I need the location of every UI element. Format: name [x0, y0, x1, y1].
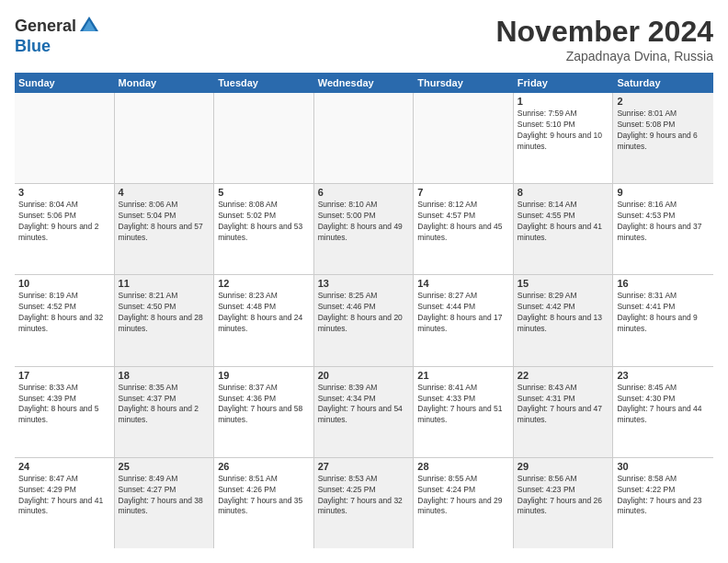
day-number: 21: [417, 370, 509, 381]
day-info: Sunrise: 8:51 AM Sunset: 4:26 PM Dayligh…: [218, 474, 310, 518]
day-info: Sunrise: 8:39 AM Sunset: 4:34 PM Dayligh…: [318, 383, 410, 427]
day-info: Sunrise: 8:23 AM Sunset: 4:48 PM Dayligh…: [218, 291, 310, 335]
day-info: Sunrise: 8:04 AM Sunset: 5:06 PM Dayligh…: [18, 200, 110, 244]
day-number: 8: [518, 187, 609, 198]
calendar-cell-r1-c1: 4Sunrise: 8:06 AM Sunset: 5:04 PM Daylig…: [115, 184, 215, 274]
calendar-row-0: 1Sunrise: 7:59 AM Sunset: 5:10 PM Daylig…: [15, 93, 713, 184]
calendar-cell-r3-c0: 17Sunrise: 8:33 AM Sunset: 4:39 PM Dayli…: [15, 367, 115, 457]
page: General Blue November 2024 Zapadnaya Dvi…: [0, 0, 728, 563]
calendar-cell-r2-c4: 14Sunrise: 8:27 AM Sunset: 4:44 PM Dayli…: [414, 275, 514, 365]
day-number: 13: [318, 278, 410, 289]
calendar-row-2: 10Sunrise: 8:19 AM Sunset: 4:52 PM Dayli…: [15, 275, 713, 366]
day-number: 17: [18, 370, 110, 381]
day-number: 27: [318, 461, 410, 472]
day-number: 3: [18, 187, 110, 198]
day-info: Sunrise: 8:27 AM Sunset: 4:44 PM Dayligh…: [417, 291, 509, 335]
day-number: 6: [318, 187, 410, 198]
day-number: 24: [18, 461, 110, 472]
calendar-cell-r3-c2: 19Sunrise: 8:37 AM Sunset: 4:36 PM Dayli…: [214, 367, 314, 457]
day-number: 11: [119, 278, 210, 289]
day-info: Sunrise: 8:16 AM Sunset: 4:53 PM Dayligh…: [617, 200, 710, 244]
calendar-cell-r4-c1: 25Sunrise: 8:49 AM Sunset: 4:27 PM Dayli…: [115, 458, 215, 548]
day-info: Sunrise: 8:10 AM Sunset: 5:00 PM Dayligh…: [318, 200, 410, 244]
calendar-body: 1Sunrise: 7:59 AM Sunset: 5:10 PM Daylig…: [15, 93, 713, 548]
calendar-cell-r1-c2: 5Sunrise: 8:08 AM Sunset: 5:02 PM Daylig…: [214, 184, 314, 274]
calendar-cell-r3-c1: 18Sunrise: 8:35 AM Sunset: 4:37 PM Dayli…: [115, 367, 215, 457]
subtitle: Zapadnaya Dvina, Russia: [495, 49, 713, 63]
calendar-cell-r4-c5: 29Sunrise: 8:56 AM Sunset: 4:23 PM Dayli…: [514, 458, 614, 548]
day-info: Sunrise: 8:43 AM Sunset: 4:31 PM Dayligh…: [518, 383, 609, 427]
day-info: Sunrise: 8:19 AM Sunset: 4:52 PM Dayligh…: [18, 291, 110, 335]
day-number: 5: [218, 187, 310, 198]
day-info: Sunrise: 8:12 AM Sunset: 4:57 PM Dayligh…: [417, 200, 509, 244]
day-info: Sunrise: 8:45 AM Sunset: 4:30 PM Dayligh…: [617, 383, 710, 427]
calendar-cell-r2-c5: 15Sunrise: 8:29 AM Sunset: 4:42 PM Dayli…: [514, 275, 614, 365]
logo-general-text: General: [15, 17, 76, 36]
day-info: Sunrise: 8:01 AM Sunset: 5:08 PM Dayligh…: [617, 109, 710, 153]
day-number: 15: [518, 278, 609, 289]
day-info: Sunrise: 8:41 AM Sunset: 4:33 PM Dayligh…: [417, 383, 509, 427]
calendar-cell-r1-c6: 9Sunrise: 8:16 AM Sunset: 4:53 PM Daylig…: [613, 184, 713, 274]
day-number: 10: [18, 278, 110, 289]
day-number: 16: [617, 278, 710, 289]
header-day-monday: Monday: [115, 73, 215, 93]
calendar-cell-r2-c3: 13Sunrise: 8:25 AM Sunset: 4:46 PM Dayli…: [314, 275, 415, 365]
day-info: Sunrise: 8:53 AM Sunset: 4:25 PM Dayligh…: [318, 474, 410, 518]
calendar-cell-r2-c6: 16Sunrise: 8:31 AM Sunset: 4:41 PM Dayli…: [613, 275, 713, 365]
day-number: 20: [318, 370, 410, 381]
calendar-cell-r0-c6: 2Sunrise: 8:01 AM Sunset: 5:08 PM Daylig…: [613, 93, 713, 183]
calendar-cell-r3-c6: 23Sunrise: 8:45 AM Sunset: 4:30 PM Dayli…: [613, 367, 713, 457]
calendar-cell-r0-c4: [414, 93, 514, 183]
logo-icon: [78, 15, 100, 37]
header-day-thursday: Thursday: [414, 73, 514, 93]
day-number: 23: [617, 370, 710, 381]
day-info: Sunrise: 8:49 AM Sunset: 4:27 PM Dayligh…: [119, 474, 210, 518]
day-number: 12: [218, 278, 310, 289]
calendar-row-4: 24Sunrise: 8:47 AM Sunset: 4:29 PM Dayli…: [15, 458, 713, 548]
day-info: Sunrise: 8:33 AM Sunset: 4:39 PM Dayligh…: [18, 383, 110, 427]
day-info: Sunrise: 8:21 AM Sunset: 4:50 PM Dayligh…: [119, 291, 210, 335]
day-number: 22: [518, 370, 609, 381]
calendar-cell-r2-c2: 12Sunrise: 8:23 AM Sunset: 4:48 PM Dayli…: [214, 275, 314, 365]
header: General Blue November 2024 Zapadnaya Dvi…: [15, 15, 713, 63]
calendar-cell-r0-c5: 1Sunrise: 7:59 AM Sunset: 5:10 PM Daylig…: [514, 93, 614, 183]
calendar-cell-r0-c1: [115, 93, 215, 183]
day-info: Sunrise: 8:37 AM Sunset: 4:36 PM Dayligh…: [218, 383, 310, 427]
day-info: Sunrise: 8:08 AM Sunset: 5:02 PM Dayligh…: [218, 200, 310, 244]
day-info: Sunrise: 8:55 AM Sunset: 4:24 PM Dayligh…: [417, 474, 509, 518]
day-info: Sunrise: 8:31 AM Sunset: 4:41 PM Dayligh…: [617, 291, 710, 335]
day-number: 29: [518, 461, 609, 472]
calendar-header: SundayMondayTuesdayWednesdayThursdayFrid…: [15, 73, 713, 93]
day-info: Sunrise: 8:58 AM Sunset: 4:22 PM Dayligh…: [617, 474, 710, 518]
day-info: Sunrise: 8:29 AM Sunset: 4:42 PM Dayligh…: [518, 291, 609, 335]
day-number: 25: [119, 461, 210, 472]
calendar-cell-r1-c0: 3Sunrise: 8:04 AM Sunset: 5:06 PM Daylig…: [15, 184, 115, 274]
calendar-cell-r3-c5: 22Sunrise: 8:43 AM Sunset: 4:31 PM Dayli…: [514, 367, 614, 457]
day-number: 14: [417, 278, 509, 289]
calendar-cell-r4-c3: 27Sunrise: 8:53 AM Sunset: 4:25 PM Dayli…: [314, 458, 415, 548]
day-number: 19: [218, 370, 310, 381]
day-number: 4: [119, 187, 210, 198]
calendar-cell-r3-c3: 20Sunrise: 8:39 AM Sunset: 4:34 PM Dayli…: [314, 367, 415, 457]
calendar: SundayMondayTuesdayWednesdayThursdayFrid…: [15, 73, 713, 548]
header-day-tuesday: Tuesday: [214, 73, 314, 93]
day-info: Sunrise: 8:14 AM Sunset: 4:55 PM Dayligh…: [518, 200, 609, 244]
calendar-cell-r1-c3: 6Sunrise: 8:10 AM Sunset: 5:00 PM Daylig…: [314, 184, 415, 274]
day-info: Sunrise: 8:25 AM Sunset: 4:46 PM Dayligh…: [318, 291, 410, 335]
day-number: 1: [518, 96, 609, 107]
calendar-row-1: 3Sunrise: 8:04 AM Sunset: 5:06 PM Daylig…: [15, 184, 713, 275]
header-day-saturday: Saturday: [613, 73, 713, 93]
calendar-cell-r4-c0: 24Sunrise: 8:47 AM Sunset: 4:29 PM Dayli…: [15, 458, 115, 548]
calendar-cell-r1-c4: 7Sunrise: 8:12 AM Sunset: 4:57 PM Daylig…: [414, 184, 514, 274]
calendar-cell-r0-c0: [15, 93, 115, 183]
day-number: 28: [417, 461, 509, 472]
calendar-cell-r4-c6: 30Sunrise: 8:58 AM Sunset: 4:22 PM Dayli…: [613, 458, 713, 548]
day-number: 18: [119, 370, 210, 381]
calendar-cell-r1-c5: 8Sunrise: 8:14 AM Sunset: 4:55 PM Daylig…: [514, 184, 614, 274]
day-number: 2: [617, 96, 710, 107]
logo-blue-text: Blue: [15, 37, 51, 56]
day-info: Sunrise: 8:47 AM Sunset: 4:29 PM Dayligh…: [18, 474, 110, 518]
day-number: 30: [617, 461, 710, 472]
day-info: Sunrise: 8:35 AM Sunset: 4:37 PM Dayligh…: [119, 383, 210, 427]
month-title: November 2024: [495, 15, 713, 49]
